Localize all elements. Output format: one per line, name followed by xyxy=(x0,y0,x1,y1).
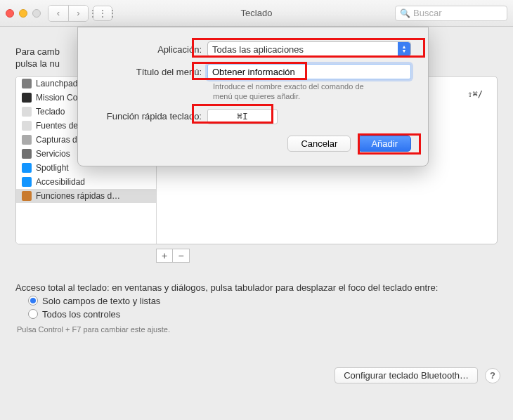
label-shortcut: Función rápida teclado: xyxy=(95,111,207,122)
add-button[interactable]: + xyxy=(156,249,173,263)
sidebar-item-label: Accesibilidad xyxy=(36,177,85,187)
radio-text-fields[interactable]: Solo campos de texto y listas xyxy=(28,296,498,306)
category-icon xyxy=(22,163,32,173)
back-icon[interactable]: ‹ xyxy=(48,6,68,21)
select-value: Todas las aplicaciones xyxy=(212,44,304,55)
chevron-updown-icon: ▲▼ xyxy=(398,42,410,56)
full-keyboard-access: Acceso total al teclado: en ventanas y d… xyxy=(15,282,498,334)
sidebar-item-label: Servicios xyxy=(36,149,70,159)
minimize-window-icon[interactable] xyxy=(19,9,27,18)
desc-frag-1: Para camb xyxy=(15,46,60,57)
access-hint: Pulsa Control + F7 para cambiar este aju… xyxy=(17,325,498,334)
category-icon xyxy=(22,79,32,88)
add-shortcut-sheet: Aplicación: Todas las aplicaciones ▲▼ Tí… xyxy=(77,27,429,166)
radio-label: Todos los controles xyxy=(42,309,120,320)
category-icon xyxy=(22,121,32,131)
nav-back-forward[interactable]: ‹ › xyxy=(48,5,89,22)
sidebar-item[interactable]: Accesibilidad xyxy=(16,175,156,189)
radio-all-controls[interactable]: Todos los controles xyxy=(28,309,498,320)
cancel-button[interactable]: Cancelar xyxy=(287,136,351,152)
menu-title-input[interactable] xyxy=(207,64,411,79)
category-icon xyxy=(22,107,32,117)
application-select[interactable]: Todas las aplicaciones ▲▼ xyxy=(207,41,411,57)
access-heading: Acceso total al teclado: en ventanas y d… xyxy=(15,282,498,293)
desc-frag-3: pulsa la nu xyxy=(15,58,60,69)
search-input[interactable]: 🔍 Buscar xyxy=(395,6,507,21)
shortcut-display: ⇧⌘/ xyxy=(467,89,483,99)
label-application: Aplicación: xyxy=(95,44,207,55)
add-remove-controls: +− xyxy=(156,249,498,263)
sidebar-item-label: Spotlight xyxy=(36,163,69,173)
search-icon: 🔍 xyxy=(400,8,410,18)
window-controls xyxy=(6,9,41,18)
close-window-icon[interactable] xyxy=(6,9,14,18)
category-icon xyxy=(22,149,32,159)
add-button[interactable]: Añadir xyxy=(358,136,411,152)
menu-title-hint: Introduce el nombre exacto del comando d… xyxy=(213,82,382,102)
radio-label: Solo campos de texto y listas xyxy=(42,296,160,306)
radio-icon[interactable] xyxy=(28,296,38,306)
remove-button[interactable]: − xyxy=(173,249,190,263)
category-icon xyxy=(22,93,32,103)
sidebar-item[interactable]: Funciones rápidas d… xyxy=(16,189,156,203)
show-all-prefs-button[interactable]: ⋮⋮⋮ xyxy=(93,6,112,21)
category-icon xyxy=(22,191,32,201)
forward-icon[interactable]: › xyxy=(68,6,88,21)
search-placeholder: Buscar xyxy=(413,8,441,18)
zoom-window-icon xyxy=(32,9,41,18)
bluetooth-keyboard-button[interactable]: Configurar teclado Bluetooth… xyxy=(335,367,478,383)
sidebar-item-label: Teclado xyxy=(36,107,65,117)
shortcut-input[interactable]: ⌘I xyxy=(207,109,278,124)
radio-icon[interactable] xyxy=(28,309,38,319)
titlebar: ‹ › ⋮⋮⋮ Teclado 🔍 Buscar xyxy=(0,0,513,27)
category-icon xyxy=(22,177,32,187)
category-icon xyxy=(22,135,32,145)
help-button[interactable]: ? xyxy=(485,368,500,383)
bottom-bar: Configurar teclado Bluetooth… ? xyxy=(335,367,500,383)
label-menu-title: Título del menú: xyxy=(95,67,207,77)
sidebar-item-label: Funciones rápidas d… xyxy=(36,191,120,201)
